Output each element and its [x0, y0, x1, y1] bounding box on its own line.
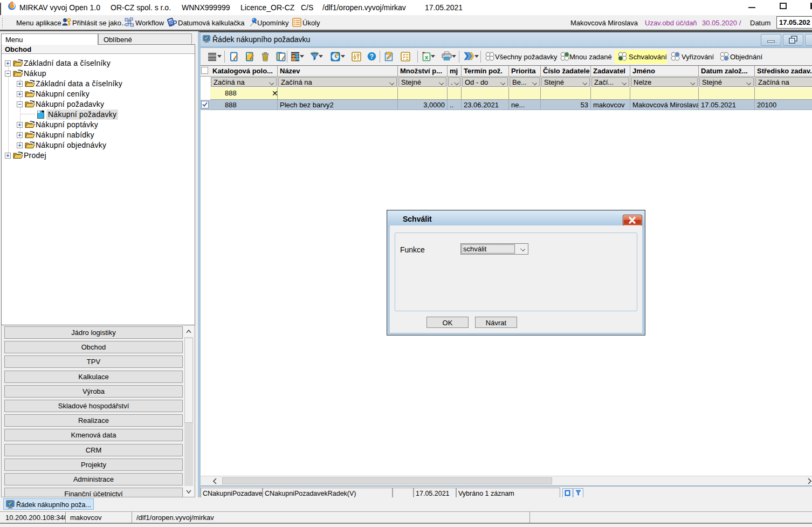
- svg-text:x: x: [425, 54, 429, 60]
- svg-text:P: P: [173, 19, 177, 27]
- svg-text:?: ?: [370, 53, 374, 60]
